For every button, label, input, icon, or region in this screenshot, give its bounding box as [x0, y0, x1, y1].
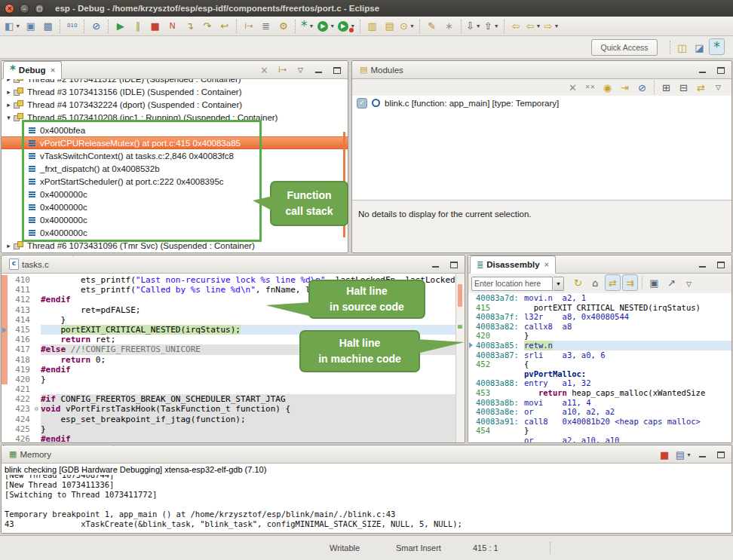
breakpoints-menu-button[interactable]: ▽: [710, 79, 726, 96]
disassembly-line[interactable]: 40083a8b:movi a11, 4: [468, 398, 731, 408]
thread-row[interactable]: ▸Thread #4 1073432224 (dport) (Suspended…: [2, 98, 348, 111]
stack-frame-row[interactable]: 0x4000000c: [2, 226, 348, 239]
stack-frame-row[interactable]: vPortCPUReleaseMutex() at port.c:415 0x4…: [2, 136, 348, 149]
instruction-stepping-button[interactable]: ≣: [258, 18, 274, 35]
console-body[interactable]: blink checking [GDB Hardware Debugging] …: [2, 464, 731, 533]
step-over-button[interactable]: ↷: [199, 18, 215, 35]
tree-expand-icon[interactable]: ▸: [4, 88, 14, 96]
export-button[interactable]: ↗: [664, 274, 679, 291]
maximize-button[interactable]: [713, 446, 728, 463]
disassembly-line[interactable]: 40083a8e:or a10, a2, a2: [468, 407, 731, 417]
disassembly-line[interactable]: 40083a87:srli a3, a0, 6: [468, 350, 731, 360]
disassembly-line[interactable]: 40083a7f:l32r a8, 0x40080544: [468, 312, 731, 322]
back-button[interactable]: ⇦▼: [526, 18, 542, 35]
step-into-button[interactable]: ↴: [182, 18, 198, 35]
minimize-button[interactable]: [695, 62, 710, 78]
disassembly-line[interactable]: 453 return heap_caps_malloc(xWantedSize: [468, 388, 731, 398]
minimize-button[interactable]: [695, 446, 710, 463]
breakpoint-checkbox[interactable]: ✓: [357, 98, 367, 109]
disassembly-line[interactable]: 415 portEXIT_CRITICAL_NESTED(irqStatus): [468, 303, 731, 313]
view-menu-button[interactable]: ▽: [293, 62, 308, 78]
step-return-button[interactable]: ↩: [216, 18, 232, 35]
show-breakpoints-for-button[interactable]: ◉: [600, 79, 615, 96]
skip-all-breakpoints-button[interactable]: ⊘: [634, 79, 650, 96]
tree-expand-icon[interactable]: ▾: [4, 114, 14, 121]
code-line[interactable]: 423⊖void vPortFirstTaskHook(TaskFunction…: [2, 404, 465, 414]
terminate-button[interactable]: ■: [147, 18, 163, 35]
breakpoint-row[interactable]: ✓ blink.c [function: app_main] [type: Te…: [352, 96, 731, 110]
remove-all-terminated-button[interactable]: ✕: [256, 62, 272, 78]
thread-row[interactable]: ▾Thread #5 1073410208 (ipc1 : Running) (…: [2, 111, 348, 124]
disassembly-line[interactable]: 40083a7d:movi.n a2, 1: [468, 293, 731, 303]
save-all-button[interactable]: ▩: [40, 18, 56, 35]
tree-expand-icon[interactable]: ▸: [4, 101, 14, 109]
remove-breakpoint-button[interactable]: ✕: [565, 79, 581, 96]
stack-frame-row[interactable]: _frxt_dispatch() at 0x4008532b: [2, 162, 348, 175]
disassembly-line[interactable]: 40083a91:call8 0x40081b20 <heap_caps_mal…: [468, 417, 731, 427]
code-line[interactable]: 420}: [2, 375, 465, 384]
disassembly-line[interactable]: 40083a85:retw.n: [468, 341, 731, 350]
tab-modules[interactable]: ▤Modules: [354, 61, 437, 78]
window-close-button[interactable]: ✕: [5, 4, 14, 14]
disassembly-menu-button[interactable]: ▽: [681, 276, 697, 292]
track-expression-button[interactable]: ⇉: [622, 274, 638, 291]
location-dropdown[interactable]: ▼: [554, 277, 564, 291]
disassembly-line[interactable]: 454}: [468, 426, 731, 436]
maximize-button[interactable]: [329, 62, 345, 78]
disconnect-button[interactable]: N: [164, 18, 180, 35]
code-line[interactable]: 421: [2, 384, 465, 394]
tab-debug[interactable]: *Debug✕: [3, 61, 62, 79]
sync-with-stack-frame-button[interactable]: ⇄: [605, 274, 621, 291]
stack-frame-row[interactable]: 0x4000bfea: [2, 124, 348, 136]
annotations-button[interactable]: ∗: [441, 18, 457, 35]
maximize-button[interactable]: [713, 62, 728, 78]
disassembly-line[interactable]: 40083a88:entry a1, 32: [468, 378, 731, 388]
tree-expand-icon[interactable]: ▸: [4, 79, 14, 83]
debug-button[interactable]: *▼: [299, 18, 315, 35]
disassembly-listing[interactable]: 40083a7d:movi.n a2, 1415 portEXIT_CRITIC…: [468, 293, 731, 442]
terminate-console-button[interactable]: ■: [657, 446, 673, 463]
binary-view-button[interactable]: 010: [64, 18, 80, 35]
minimize-button[interactable]: [428, 256, 443, 273]
minimize-button[interactable]: [695, 256, 710, 273]
expand-all-button[interactable]: ⊞: [658, 79, 674, 96]
collapse-all-button[interactable]: ⊟: [676, 79, 692, 96]
window-maximize-button[interactable]: ▢: [35, 4, 44, 14]
new-project-button[interactable]: ▥: [364, 18, 380, 35]
code-line[interactable]: 422#if CONFIG_FREERTOS_BREAK_ON_SCHEDULE…: [2, 394, 465, 404]
new-wizard-button[interactable]: ◧▼: [4, 18, 21, 35]
maximize-button[interactable]: [446, 256, 462, 273]
home-button[interactable]: ⌂: [587, 274, 603, 291]
tab-tasks-c[interactable]: ctasks.c: [3, 256, 73, 273]
step-into-selection-button[interactable]: i→: [241, 18, 256, 35]
thread-row[interactable]: ▸Thread #3 1073413156 (IDLE) (Suspended …: [2, 85, 348, 98]
search-button[interactable]: ⊙▼: [399, 18, 416, 35]
display-console-button[interactable]: ▤▼: [675, 446, 692, 463]
quick-access-field[interactable]: Quick Access: [591, 39, 658, 56]
previous-annotation-button[interactable]: ⇧▼: [483, 18, 500, 35]
window-minimize-button[interactable]: –: [20, 4, 29, 14]
disassembly-line[interactable]: pvPortMalloc:: [468, 369, 731, 379]
refresh-button[interactable]: ↻: [570, 274, 586, 291]
tree-expand-icon[interactable]: ▸: [4, 242, 14, 249]
last-edit-location-button[interactable]: ⇦: [508, 18, 524, 35]
location-input[interactable]: Enter location here: [471, 277, 553, 291]
next-annotation-button[interactable]: ⇩▼: [465, 18, 482, 35]
disassembly-line[interactable]: 420}: [468, 331, 731, 341]
stack-frame-row[interactable]: vTaskSwitchContext() at tasks.c:2,846 0x…: [2, 149, 348, 162]
overview-ruler[interactable]: [455, 274, 465, 442]
thread-row[interactable]: ▸Thread #6 1073431096 (Tmr Svc) (Suspend…: [2, 239, 348, 252]
copy-button[interactable]: ▣: [646, 274, 662, 291]
open-element-button[interactable]: ▤: [382, 18, 397, 35]
disassembly-line[interactable]: 452{: [468, 360, 731, 369]
suspend-button[interactable]: ∥: [130, 18, 146, 35]
tab-memory[interactable]: ▦Memory: [3, 445, 114, 463]
maximize-button[interactable]: [713, 256, 728, 273]
open-perspective-button[interactable]: ◫: [674, 39, 690, 56]
code-line[interactable]: 425}: [2, 424, 465, 434]
thread-row[interactable]: ▸Thread #2 1073411312 (IDLE) (Suspended …: [2, 79, 348, 85]
skip-all-breakpoints-button[interactable]: ⊘: [88, 18, 104, 35]
run-button[interactable]: ▶▼: [317, 18, 336, 35]
debug-perspective-button[interactable]: *: [709, 38, 725, 55]
goto-file-button[interactable]: ⇥: [617, 79, 633, 96]
